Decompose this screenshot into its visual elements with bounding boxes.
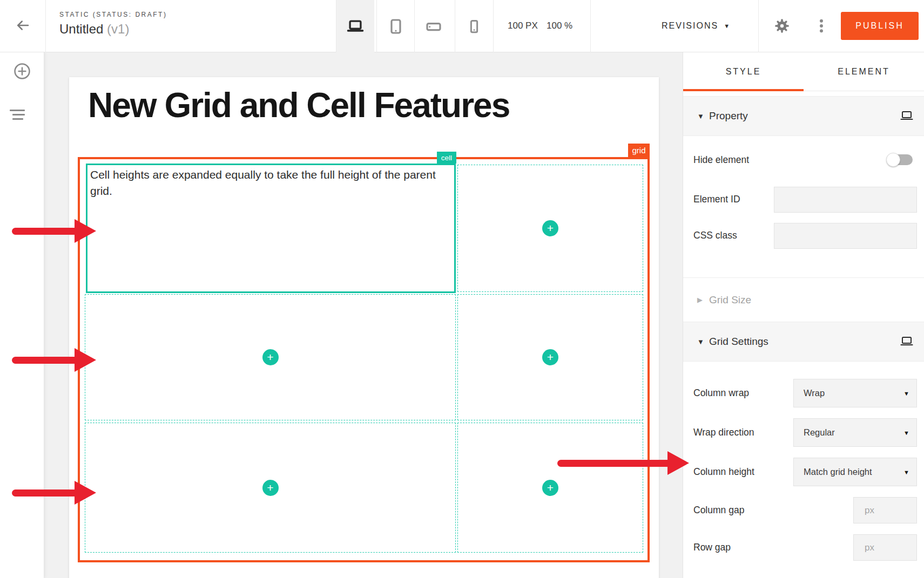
document-title: Untitled (v1) [59,22,167,37]
grid-cell[interactable]: + [85,423,456,553]
element-id-input[interactable] [774,187,917,213]
column-gap-label: Column gap [693,505,853,516]
annotation-arrow [12,348,96,372]
mobile-preview-button[interactable] [455,0,493,52]
settings-button[interactable] [772,16,792,37]
row-gap-label: Row gap [693,542,853,553]
section-title: Grid Settings [709,336,900,348]
hide-element-label: Hide element [693,154,888,166]
css-class-input[interactable] [774,223,917,249]
style-panel: STYLE ELEMENT ▼ Property Hide element El… [683,52,924,578]
annotation-arrow [12,219,96,243]
css-class-label: CSS class [693,230,774,241]
viewport-width-value: 100 PX [508,21,538,31]
grid-cell[interactable]: + [85,294,456,420]
column-gap-input[interactable] [853,497,917,523]
document-title-text: Untitled [59,22,103,36]
grid-cell[interactable]: + [457,294,643,420]
chevron-right-icon: ▶ [697,296,709,304]
document-status: STATIC (STATUS: DRAFT) [59,11,167,18]
section-header-grid-size[interactable]: ▶ Grid Size [683,277,924,322]
grid-badge[interactable]: grid [628,144,650,157]
mobile-landscape-preview-button[interactable] [415,0,453,52]
divider [590,0,591,52]
revisions-label: REVISIONS [662,21,718,31]
section-title: Property [709,110,900,122]
cell-badge[interactable]: cell [437,152,456,164]
add-content-button[interactable]: + [542,349,558,365]
chevron-down-icon: ▼ [903,469,909,475]
circle-plus-icon [13,62,31,80]
arrow-left-icon [15,17,31,33]
grid-cell[interactable]: + [457,423,643,553]
cell-text[interactable]: Cell heights are expanded equally to tak… [87,165,454,201]
outline-icon [10,110,25,111]
page-title[interactable]: New Grid and Cell Features [88,85,509,125]
chevron-down-icon: ▼ [697,112,709,120]
section-header-property[interactable]: ▼ Property [683,96,924,136]
publish-button[interactable]: PUBLISH [841,12,919,40]
divider [45,0,46,52]
column-height-label: Column height [693,466,793,478]
grid-cell[interactable]: + [457,165,643,292]
hide-element-toggle[interactable] [888,154,913,165]
toggle-knob [886,153,900,167]
tablet-icon [387,18,404,35]
laptop-icon [900,336,913,347]
chevron-down-icon: ▼ [903,430,909,436]
select-value: Wrap [804,388,825,398]
annotation-arrow [557,451,689,475]
divider [493,0,494,52]
more-options-button[interactable] [811,16,832,37]
chevron-down-icon: ▼ [697,338,709,346]
section-title: Grid Size [709,294,914,306]
divider [758,0,759,52]
add-content-button[interactable]: + [542,220,558,236]
select-value: Regular [804,427,835,438]
add-content-button[interactable]: + [262,480,279,496]
row-gap-input[interactable] [853,534,917,561]
back-button[interactable] [12,15,33,37]
document-version: (v1) [107,22,129,36]
add-element-button[interactable] [10,59,35,84]
tab-style[interactable]: STYLE [683,52,804,91]
wrap-direction-label: Wrap direction [693,427,793,438]
element-id-label: Element ID [693,194,774,205]
column-wrap-select[interactable]: Wrap ▼ [793,379,917,407]
add-content-button[interactable]: + [542,480,558,496]
top-bar: STATIC (STATUS: DRAFT) Untitled (v1) 100… [0,0,924,52]
laptop-icon [346,17,365,36]
desktop-preview-button[interactable] [336,0,374,52]
kebab-menu-icon [812,17,831,35]
select-value: Match grid height [804,467,872,477]
chevron-down-icon: ▼ [724,23,731,29]
wrap-direction-select[interactable]: Regular ▼ [793,418,917,447]
grid-cell-selected[interactable]: Cell heights are expanded equally to tak… [86,164,456,293]
document-info: STATIC (STATUS: DRAFT) Untitled (v1) [59,11,167,37]
tab-element[interactable]: ELEMENT [804,52,924,91]
outline-view-button[interactable] [10,101,35,126]
revisions-dropdown[interactable]: REVISIONS ▼ [662,16,731,36]
gear-icon [773,17,791,35]
column-wrap-label: Column wrap [693,387,793,399]
chevron-down-icon: ▼ [903,390,909,397]
panel-tabs: STYLE ELEMENT [683,52,924,91]
section-header-grid-settings[interactable]: ▼ Grid Settings [683,322,924,362]
phone-icon [466,18,482,35]
zoom-level-value: 100 % [547,21,572,31]
laptop-icon [900,111,913,121]
tablet-preview-button[interactable] [377,0,415,52]
column-height-select[interactable]: Match grid height ▼ [793,458,917,486]
annotation-arrow [12,481,96,505]
add-content-button[interactable]: + [262,349,279,365]
phone-landscape-icon [425,18,442,35]
